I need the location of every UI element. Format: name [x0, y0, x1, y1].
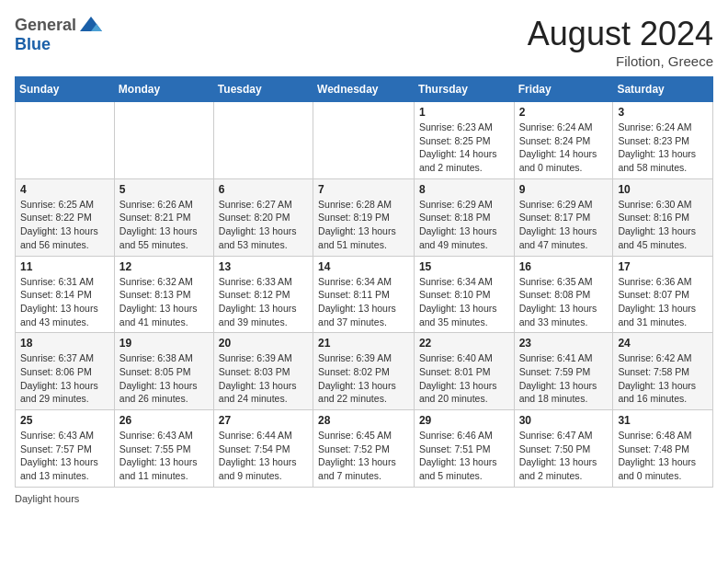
day-info: Sunrise: 6:39 AM Sunset: 8:03 PM Dayligh… [219, 351, 308, 406]
logo-general-text: General [15, 16, 76, 35]
day-cell-20: 20Sunrise: 6:39 AM Sunset: 8:03 PM Dayli… [213, 333, 313, 410]
day-info: Sunrise: 6:45 AM Sunset: 7:52 PM Dayligh… [318, 429, 409, 483]
day-cell-5: 5Sunrise: 6:26 AM Sunset: 8:21 PM Daylig… [114, 178, 213, 256]
week-row-3: 11Sunrise: 6:31 AM Sunset: 8:14 PM Dayli… [16, 256, 713, 333]
column-header-friday: Friday [514, 77, 613, 102]
column-header-saturday: Saturday [613, 77, 713, 102]
day-info: Sunrise: 6:35 AM Sunset: 8:08 PM Dayligh… [519, 275, 609, 329]
day-number: 3 [618, 106, 708, 119]
day-cell-10: 10Sunrise: 6:30 AM Sunset: 8:16 PM Dayli… [613, 178, 713, 256]
day-number: 16 [519, 260, 609, 273]
day-number: 28 [318, 414, 409, 427]
day-info: Sunrise: 6:37 AM Sunset: 8:06 PM Dayligh… [20, 351, 109, 406]
day-number: 1 [419, 106, 509, 119]
day-number: 18 [20, 337, 109, 350]
day-number: 19 [119, 337, 209, 350]
footer: Daylight hours [15, 493, 713, 504]
column-header-wednesday: Wednesday [313, 77, 415, 102]
week-row-5: 25Sunrise: 6:43 AM Sunset: 7:57 PM Dayli… [16, 410, 713, 488]
day-info: Sunrise: 6:44 AM Sunset: 7:54 PM Dayligh… [219, 429, 308, 483]
logo: General Blue [15, 15, 106, 54]
day-cell-7: 7Sunrise: 6:28 AM Sunset: 8:19 PM Daylig… [313, 178, 415, 256]
logo-blue-text: Blue [15, 35, 51, 54]
column-header-monday: Monday [114, 77, 213, 102]
day-number: 9 [519, 183, 609, 196]
day-info: Sunrise: 6:34 AM Sunset: 8:11 PM Dayligh… [318, 275, 409, 329]
day-info: Sunrise: 6:29 AM Sunset: 8:18 PM Dayligh… [419, 198, 509, 252]
day-cell-29: 29Sunrise: 6:46 AM Sunset: 7:51 PM Dayli… [414, 410, 514, 488]
day-cell-14: 14Sunrise: 6:34 AM Sunset: 8:11 PM Dayli… [313, 256, 415, 333]
day-cell-empty-2 [213, 102, 313, 179]
day-info: Sunrise: 6:33 AM Sunset: 8:12 PM Dayligh… [219, 275, 308, 329]
day-info: Sunrise: 6:27 AM Sunset: 8:20 PM Dayligh… [219, 198, 308, 252]
week-row-4: 18Sunrise: 6:37 AM Sunset: 8:06 PM Dayli… [16, 333, 713, 410]
day-info: Sunrise: 6:43 AM Sunset: 7:57 PM Dayligh… [20, 429, 109, 483]
day-cell-13: 13Sunrise: 6:33 AM Sunset: 8:12 PM Dayli… [213, 256, 313, 333]
day-info: Sunrise: 6:36 AM Sunset: 8:07 PM Dayligh… [618, 275, 708, 329]
day-number: 12 [119, 260, 209, 273]
day-number: 26 [119, 414, 209, 427]
day-number: 27 [219, 414, 308, 427]
day-number: 25 [20, 414, 109, 427]
column-header-tuesday: Tuesday [213, 77, 313, 102]
day-cell-31: 31Sunrise: 6:48 AM Sunset: 7:48 PM Dayli… [613, 410, 713, 488]
day-number: 17 [618, 260, 708, 273]
day-info: Sunrise: 6:40 AM Sunset: 8:01 PM Dayligh… [419, 351, 509, 406]
day-number: 24 [618, 337, 708, 350]
day-info: Sunrise: 6:42 AM Sunset: 7:58 PM Dayligh… [618, 351, 708, 406]
day-number: 5 [119, 183, 209, 196]
column-header-thursday: Thursday [414, 77, 514, 102]
calendar-table: SundayMondayTuesdayWednesdayThursdayFrid… [15, 76, 713, 488]
day-number: 10 [618, 183, 708, 196]
day-cell-6: 6Sunrise: 6:27 AM Sunset: 8:20 PM Daylig… [213, 178, 313, 256]
day-number: 14 [318, 260, 409, 273]
day-number: 2 [519, 106, 609, 119]
day-cell-8: 8Sunrise: 6:29 AM Sunset: 8:18 PM Daylig… [414, 178, 514, 256]
day-cell-25: 25Sunrise: 6:43 AM Sunset: 7:57 PM Dayli… [16, 410, 115, 488]
day-number: 6 [219, 183, 308, 196]
day-cell-23: 23Sunrise: 6:41 AM Sunset: 7:59 PM Dayli… [514, 333, 613, 410]
day-number: 8 [419, 183, 509, 196]
day-info: Sunrise: 6:30 AM Sunset: 8:16 PM Dayligh… [618, 198, 708, 252]
day-number: 23 [519, 337, 609, 350]
location: Filotion, Greece [528, 53, 713, 69]
header: General Blue August 2024 Filotion, Greec… [15, 15, 713, 69]
day-info: Sunrise: 6:46 AM Sunset: 7:51 PM Dayligh… [419, 429, 509, 483]
day-cell-21: 21Sunrise: 6:39 AM Sunset: 8:02 PM Dayli… [313, 333, 415, 410]
day-info: Sunrise: 6:47 AM Sunset: 7:50 PM Dayligh… [519, 429, 609, 483]
day-info: Sunrise: 6:43 AM Sunset: 7:55 PM Dayligh… [119, 429, 209, 483]
day-cell-26: 26Sunrise: 6:43 AM Sunset: 7:55 PM Dayli… [114, 410, 213, 488]
day-cell-11: 11Sunrise: 6:31 AM Sunset: 8:14 PM Dayli… [16, 256, 115, 333]
day-number: 20 [219, 337, 308, 350]
day-number: 11 [20, 260, 109, 273]
logo-icon [78, 15, 104, 35]
day-cell-24: 24Sunrise: 6:42 AM Sunset: 7:58 PM Dayli… [613, 333, 713, 410]
day-cell-17: 17Sunrise: 6:36 AM Sunset: 8:07 PM Dayli… [613, 256, 713, 333]
day-number: 4 [20, 183, 109, 196]
day-cell-2: 2Sunrise: 6:24 AM Sunset: 8:24 PM Daylig… [514, 102, 613, 179]
day-cell-28: 28Sunrise: 6:45 AM Sunset: 7:52 PM Dayli… [313, 410, 415, 488]
day-cell-18: 18Sunrise: 6:37 AM Sunset: 8:06 PM Dayli… [16, 333, 115, 410]
day-number: 15 [419, 260, 509, 273]
week-row-2: 4Sunrise: 6:25 AM Sunset: 8:22 PM Daylig… [16, 178, 713, 256]
day-info: Sunrise: 6:26 AM Sunset: 8:21 PM Dayligh… [119, 198, 209, 252]
day-info: Sunrise: 6:39 AM Sunset: 8:02 PM Dayligh… [318, 351, 409, 406]
month-title: August 2024 [528, 15, 713, 53]
day-cell-9: 9Sunrise: 6:29 AM Sunset: 8:17 PM Daylig… [514, 178, 613, 256]
day-cell-empty-0 [16, 102, 115, 179]
day-number: 13 [219, 260, 308, 273]
day-cell-15: 15Sunrise: 6:34 AM Sunset: 8:10 PM Dayli… [414, 256, 514, 333]
day-info: Sunrise: 6:41 AM Sunset: 7:59 PM Dayligh… [519, 351, 609, 406]
day-cell-3: 3Sunrise: 6:24 AM Sunset: 8:23 PM Daylig… [613, 102, 713, 179]
day-number: 21 [318, 337, 409, 350]
day-info: Sunrise: 6:25 AM Sunset: 8:22 PM Dayligh… [20, 198, 109, 252]
day-info: Sunrise: 6:23 AM Sunset: 8:25 PM Dayligh… [419, 121, 509, 175]
day-number: 22 [419, 337, 509, 350]
day-cell-empty-3 [313, 102, 415, 179]
daylight-label: Daylight hours [15, 493, 79, 504]
day-number: 30 [519, 414, 609, 427]
day-info: Sunrise: 6:24 AM Sunset: 8:23 PM Dayligh… [618, 121, 708, 175]
day-info: Sunrise: 6:31 AM Sunset: 8:14 PM Dayligh… [20, 275, 109, 329]
day-cell-27: 27Sunrise: 6:44 AM Sunset: 7:54 PM Dayli… [213, 410, 313, 488]
day-info: Sunrise: 6:48 AM Sunset: 7:48 PM Dayligh… [618, 429, 708, 483]
